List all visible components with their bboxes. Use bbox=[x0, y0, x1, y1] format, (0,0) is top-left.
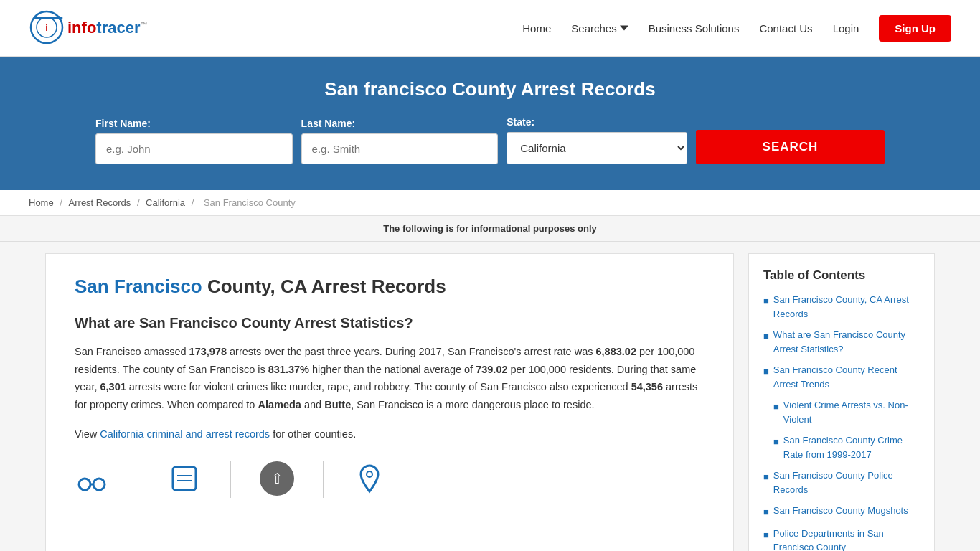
heading-rest: County, CA Arrest Records bbox=[202, 276, 446, 297]
hero-title: San francisco County Arrest Records bbox=[29, 78, 951, 100]
login-button[interactable]: Login bbox=[833, 22, 859, 34]
breadcrumb-county: San Francisco County bbox=[204, 197, 296, 208]
national-avg: 739.02 bbox=[476, 364, 507, 375]
breadcrumb-arrest-records[interactable]: Arrest Records bbox=[69, 197, 131, 208]
view-line: View California criminal and arrest reco… bbox=[75, 425, 705, 443]
nav-home[interactable]: Home bbox=[522, 22, 551, 34]
heading-blue: San Francisco bbox=[75, 276, 202, 297]
arrests-count: 173,978 bbox=[189, 346, 227, 357]
chevron-down-icon bbox=[620, 24, 628, 32]
search-button[interactable]: SEARCH bbox=[696, 130, 885, 164]
svg-text:i: i bbox=[45, 22, 48, 33]
toc-link-1[interactable]: What are San Francisco County Arrest Sta… bbox=[773, 328, 920, 356]
svg-point-5 bbox=[79, 479, 90, 490]
breadcrumb-sep2: / bbox=[137, 197, 142, 208]
sidebar: Table of Contents ■ San Francisco County… bbox=[734, 253, 935, 551]
main-layout: San Francisco County, CA Arrest Records … bbox=[31, 242, 949, 551]
logo-text: infotracer™ bbox=[67, 19, 147, 37]
signup-button[interactable]: Sign Up bbox=[879, 15, 951, 42]
first-name-label: First Name: bbox=[95, 118, 293, 129]
last-name-input[interactable] bbox=[301, 133, 499, 164]
scroll-up-button[interactable]: ⇧ bbox=[260, 461, 294, 496]
stats-paragraph: San Francisco amassed 173,978 arrests ov… bbox=[75, 343, 705, 414]
toc-item-6: ■ San Francisco County Mugshots bbox=[763, 504, 920, 519]
first-name-input[interactable] bbox=[95, 133, 293, 164]
toc-item-3: ■ Violent Crime Arrests vs. Non-Violent bbox=[763, 398, 920, 426]
nav-contact-us[interactable]: Contact Us bbox=[759, 22, 812, 34]
toc-link-3[interactable]: Violent Crime Arrests vs. Non-Violent bbox=[783, 398, 920, 426]
toc-item-4: ■ San Francisco County Crime Rate from 1… bbox=[763, 433, 920, 461]
city1: Alameda bbox=[258, 399, 301, 410]
first-name-group: First Name: bbox=[95, 118, 293, 164]
info-note: The following is for informational purpo… bbox=[0, 216, 980, 242]
toc-link-2[interactable]: San Francisco County Recent Arrest Trend… bbox=[773, 363, 920, 391]
toc-link-6[interactable]: San Francisco County Mugshots bbox=[773, 504, 908, 518]
nav-business-solutions[interactable]: Business Solutions bbox=[649, 22, 740, 34]
last-name-label: Last Name: bbox=[301, 118, 499, 129]
breadcrumb-home[interactable]: Home bbox=[29, 197, 54, 208]
stats-subheading: What are San Francisco County Arrest Sta… bbox=[75, 315, 705, 331]
breadcrumb: Home / Arrest Records / California / San… bbox=[0, 190, 980, 216]
toc-item-7: ■ Police Departments in San Francisco Co… bbox=[763, 527, 920, 552]
state-group: State: California Alabama Alaska Arizona… bbox=[507, 116, 687, 164]
nav-searches[interactable]: Searches bbox=[571, 22, 628, 34]
toc-list: ■ San Francisco County, CA Arrest Record… bbox=[763, 293, 920, 551]
toc-link-4[interactable]: San Francisco County Crime Rate from 199… bbox=[783, 433, 920, 461]
search-form: First Name: Last Name: State: California… bbox=[95, 116, 885, 164]
logo-area: i infotracer™ bbox=[29, 7, 147, 49]
content-heading: San Francisco County, CA Arrest Records bbox=[75, 276, 705, 298]
toc-link-7[interactable]: Police Departments in San Francisco Coun… bbox=[773, 527, 920, 552]
toc-item-0: ■ San Francisco County, CA Arrest Record… bbox=[763, 293, 920, 321]
arrest-rate: 6,883.02 bbox=[596, 346, 636, 357]
california-records-link[interactable]: California criminal and arrest records bbox=[100, 428, 270, 440]
breadcrumb-california[interactable]: California bbox=[146, 197, 185, 208]
scroll-up-area: ⇧ bbox=[230, 461, 294, 498]
icon-badge bbox=[138, 461, 202, 498]
icon-row: ⇧ bbox=[75, 454, 705, 498]
main-content: San Francisco County, CA Arrest Records … bbox=[45, 253, 734, 551]
toc-link-0[interactable]: San Francisco County, CA Arrest Records bbox=[773, 293, 920, 321]
city2: Butte bbox=[324, 399, 351, 410]
header: i infotracer™ Home Searches Business Sol… bbox=[0, 0, 980, 57]
breadcrumb-sep3: / bbox=[192, 197, 197, 208]
logo-icon: i bbox=[29, 7, 65, 49]
higher-pct: 831.37% bbox=[268, 364, 309, 375]
toc-title: Table of Contents bbox=[763, 268, 920, 283]
state-label: State: bbox=[507, 116, 687, 128]
svg-point-6 bbox=[93, 479, 105, 490]
svg-rect-8 bbox=[173, 467, 196, 490]
hero-banner: San francisco County Arrest Records Firs… bbox=[0, 57, 980, 190]
state-select[interactable]: California Alabama Alaska Arizona Arkans… bbox=[507, 132, 687, 164]
toc-item-1: ■ What are San Francisco County Arrest S… bbox=[763, 328, 920, 356]
icon-handcuffs bbox=[75, 461, 109, 498]
toc-link-5[interactable]: San Francisco County Police Records bbox=[773, 468, 920, 496]
toc-item-2: ■ San Francisco County Recent Arrest Tre… bbox=[763, 363, 920, 391]
breadcrumb-sep1: / bbox=[60, 197, 65, 208]
property-count: 54,356 bbox=[631, 381, 663, 392]
svg-point-11 bbox=[367, 471, 372, 477]
toc-item-5: ■ San Francisco County Police Records bbox=[763, 468, 920, 496]
last-name-group: Last Name: bbox=[301, 118, 499, 164]
main-nav: Home Searches Business Solutions Contact… bbox=[522, 15, 951, 42]
violent-count: 6,301 bbox=[100, 381, 126, 392]
icon-map bbox=[323, 461, 387, 498]
toc-box: Table of Contents ■ San Francisco County… bbox=[748, 253, 935, 551]
